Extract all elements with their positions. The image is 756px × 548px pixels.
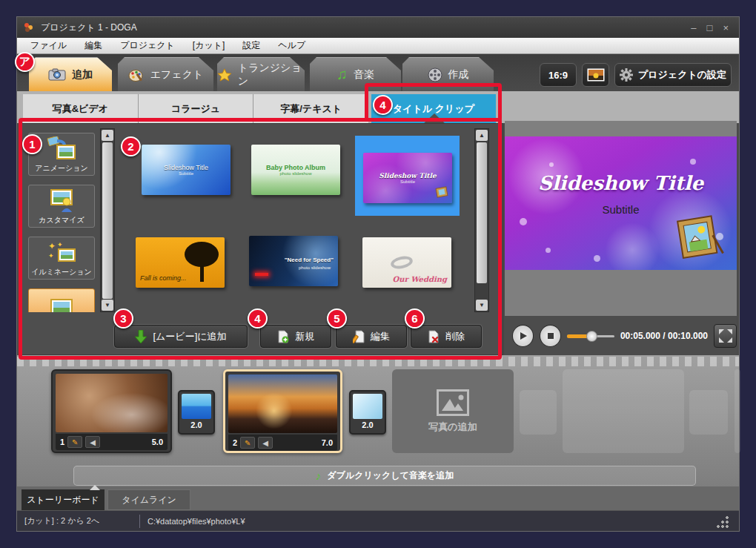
edit-button[interactable]: 編集: [336, 325, 407, 348]
scroll-up-icon[interactable]: ▲: [476, 130, 488, 141]
menu-bar: ファイル 編集 プロジェクト [カット] 設定 ヘルプ: [17, 38, 739, 54]
delete-button[interactable]: 削除: [411, 325, 482, 348]
new-document-icon: [277, 330, 289, 343]
template-baby-album[interactable]: Baby Photo Album photo slideshow: [251, 145, 340, 195]
sub-tab-row: 写真&ビデオ コラージュ 字幕/テキスト タイトル クリップ: [17, 91, 739, 123]
preview-title: Slideshow Title: [505, 172, 737, 194]
category-customize[interactable]: カスタマイズ: [28, 185, 95, 228]
tab-transitions[interactable]: トランジション: [217, 57, 305, 91]
app-icon: [23, 22, 35, 33]
menu-file[interactable]: ファイル: [30, 39, 67, 52]
filmstrip-perforations: [17, 357, 739, 366]
window-title: プロジェクト 1 - DOGA: [41, 22, 137, 34]
edit-pencil-icon: [353, 330, 365, 343]
sunset-image-icon: [587, 68, 605, 82]
speaker-icon[interactable]: ◀: [258, 437, 273, 449]
new-button[interactable]: 新規: [260, 325, 331, 348]
title-bar: プロジェクト 1 - DOGA – □ ×: [17, 17, 739, 38]
transition-2[interactable]: 2.0: [349, 390, 386, 435]
clip-index: 2: [233, 438, 237, 447]
category-selected[interactable]: [28, 288, 95, 312]
illumination-icon: ✦✦ ✦: [47, 240, 76, 264]
category-scrollbar[interactable]: ▲ ▼: [100, 128, 115, 312]
empty-transition-slot: [520, 390, 557, 435]
green-down-arrow-icon: [135, 330, 147, 343]
category-illumination[interactable]: ✦✦ ✦ イルミネーション: [28, 237, 95, 280]
speaker-icon[interactable]: ◀: [85, 436, 100, 448]
scrollbar-thumb[interactable]: [102, 142, 113, 299]
subtab-photos-video[interactable]: 写真&ビデオ: [23, 94, 138, 123]
scroll-down-icon[interactable]: ▼: [476, 300, 488, 311]
camera-icon: [48, 68, 66, 81]
preview-frame: Slideshow Title Subtitle: [505, 136, 737, 270]
template-wedding[interactable]: Our Wedding: [362, 237, 451, 288]
template-fall[interactable]: Fall is coming...: [136, 237, 225, 288]
category-animation[interactable]: アニメーション: [28, 133, 95, 176]
picture-icon: [47, 298, 76, 312]
play-button[interactable]: [512, 325, 534, 347]
music-note-icon: ♫: [336, 66, 348, 83]
edit-pencil-icon[interactable]: ✎: [67, 436, 82, 448]
scroll-down-icon[interactable]: ▼: [102, 300, 113, 311]
template-purple-selected[interactable]: Slideshow Title Subtitle: [363, 153, 452, 203]
transition-1[interactable]: 2.0: [178, 390, 215, 435]
scroll-up-icon[interactable]: ▲: [102, 130, 113, 141]
music-note-icon: ♪: [316, 469, 322, 482]
storyboard: 1 ✎ ◀ 5.0 2.0 2 ✎ ◀ 7.0: [17, 355, 739, 486]
add-to-movie-button[interactable]: [ムービー]に追加: [114, 325, 248, 348]
template-need-for-speed[interactable]: "Need for Speed" photo slideshow: [249, 236, 338, 286]
subtab-collage[interactable]: コラージュ: [138, 94, 253, 123]
project-settings-button[interactable]: プロジェクトの設定: [614, 63, 732, 87]
tab-effects[interactable]: エフェクト: [118, 57, 213, 91]
clip-duration: 5.0: [152, 438, 163, 446]
template-scrollbar[interactable]: ▲ ▼: [474, 128, 489, 312]
empty-clip-slot: [563, 369, 684, 453]
active-subtab-notch: [423, 113, 445, 124]
scrollbar-thumb[interactable]: [477, 142, 487, 283]
menu-help[interactable]: ヘルプ: [278, 39, 305, 52]
fullscreen-button[interactable]: [714, 324, 737, 348]
play-icon: [519, 331, 528, 340]
menu-project[interactable]: プロジェクト: [120, 39, 175, 52]
stop-button[interactable]: [540, 325, 561, 347]
tab-timeline[interactable]: タイムライン: [107, 489, 190, 510]
active-tab-notch: [90, 485, 100, 490]
star-icon: [217, 67, 232, 82]
tab-add[interactable]: 追加: [29, 57, 112, 91]
image-placeholder-icon: [437, 389, 469, 416]
storyboard-clip-1[interactable]: 1 ✎ ◀ 5.0: [51, 369, 172, 453]
tab-create[interactable]: 作成: [402, 57, 494, 91]
maximize-button[interactable]: □: [707, 22, 713, 33]
status-bar: [カット] : 2 から 2へ C:¥datatop¥files¥photo¥L…: [17, 510, 739, 531]
background-image-button[interactable]: [582, 63, 609, 87]
template-blue-wave[interactable]: Slideshow Title Subtitle: [142, 145, 231, 195]
close-button[interactable]: ×: [723, 22, 729, 33]
music-track-bar[interactable]: ♪ ダブルクリックして音楽を追加: [73, 466, 696, 486]
svg-text:✦: ✦: [48, 241, 56, 251]
aspect-ratio-button[interactable]: 16:9: [540, 63, 577, 87]
edit-pencil-icon[interactable]: ✎: [240, 437, 255, 449]
seek-slider[interactable]: [567, 331, 614, 341]
gear-icon: [620, 68, 633, 82]
screenshot-stage: プロジェクト 1 - DOGA – □ × ファイル 編集 プロジェクト [カッ…: [0, 0, 756, 548]
tab-storyboard[interactable]: ストーリーボード: [21, 489, 105, 510]
menu-settings[interactable]: 設定: [242, 39, 260, 52]
transition-duration: 2.0: [182, 420, 211, 429]
resize-grip[interactable]: [717, 516, 729, 528]
empty-transition-slot: [689, 390, 728, 435]
minimize-button[interactable]: –: [691, 22, 696, 33]
photo-frame-icon: [435, 186, 448, 199]
storyboard-clip-2-selected[interactable]: 2 ✎ ◀ 7.0: [223, 369, 342, 453]
palette-icon: [128, 68, 145, 82]
subtab-captions[interactable]: 字幕/テキスト: [253, 94, 368, 123]
tab-music[interactable]: ♫ 音楽: [310, 57, 401, 91]
menu-edit[interactable]: 編集: [84, 39, 102, 52]
add-photo-slot[interactable]: 写真の追加: [392, 369, 514, 453]
preview-subtitle: Subtitle: [505, 203, 737, 216]
animation-icon: [47, 136, 76, 160]
svg-text:✦: ✦: [57, 241, 63, 248]
menu-cut[interactable]: [カット]: [193, 39, 225, 52]
fullscreen-icon: [718, 329, 733, 343]
slider-handle[interactable]: [586, 331, 597, 342]
status-file-path: C:¥datatop¥files¥photo¥L¥: [147, 517, 245, 526]
